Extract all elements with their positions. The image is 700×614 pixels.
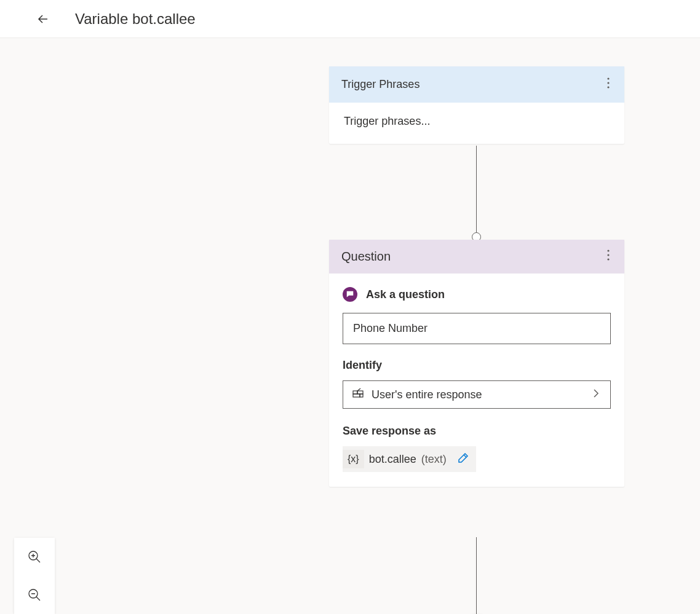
dropdown-content: User's entire response [352, 387, 482, 402]
chat-icon [343, 287, 357, 302]
more-vertical-icon [607, 77, 610, 89]
trigger-body-text[interactable]: Trigger phrases... [329, 103, 624, 144]
svg-point-0 [607, 77, 609, 79]
svg-point-5 [607, 258, 609, 260]
zoom-controls [14, 538, 55, 614]
edit-variable-button[interactable] [458, 452, 469, 466]
question-body: Ask a question Identify User's entire re… [329, 274, 624, 487]
svg-point-1 [607, 82, 609, 84]
ask-question-row: Ask a question [343, 287, 611, 302]
ask-question-label: Ask a question [366, 288, 445, 301]
question-node-header: Question [329, 240, 624, 274]
zoom-in-button[interactable] [14, 538, 55, 576]
trigger-node-header: Trigger Phrases [329, 66, 624, 103]
svg-rect-8 [353, 394, 360, 397]
page-header: Variable bot.callee [0, 0, 700, 38]
save-response-label: Save response as [343, 425, 611, 438]
question-header-label: Question [341, 250, 391, 264]
trigger-more-button[interactable] [605, 75, 612, 94]
zoom-out-icon [28, 588, 41, 602]
connector-line [476, 146, 477, 237]
more-vertical-icon [607, 250, 610, 261]
identify-label: Identify [343, 359, 611, 372]
trigger-header-label: Trigger Phrases [341, 78, 420, 91]
connector-line [476, 537, 477, 614]
arrow-left-icon [36, 12, 50, 26]
variable-icon: {x} [343, 450, 364, 468]
pencil-icon [458, 452, 469, 463]
identify-dropdown[interactable]: User's entire response [343, 380, 611, 409]
svg-rect-9 [360, 394, 363, 397]
variable-type: (text) [421, 453, 447, 466]
zoom-in-icon [28, 550, 41, 564]
svg-rect-6 [353, 391, 357, 394]
svg-point-2 [607, 86, 609, 88]
svg-point-3 [607, 250, 609, 251]
variable-name: bot.callee [369, 453, 416, 466]
svg-point-4 [607, 254, 609, 256]
zoom-out-button[interactable] [14, 576, 55, 614]
trigger-phrases-node[interactable]: Trigger Phrases Trigger phrases... [329, 66, 624, 144]
chevron-right-icon [591, 388, 602, 401]
svg-rect-7 [357, 391, 363, 394]
question-node[interactable]: Question Ask a question Identify Us [329, 240, 624, 487]
question-text-input[interactable] [343, 313, 611, 344]
page-title: Variable bot.callee [75, 10, 196, 28]
category-icon [352, 387, 364, 402]
identify-value: User's entire response [372, 388, 482, 401]
back-button[interactable] [31, 7, 55, 31]
variable-chip[interactable]: {x} bot.callee (text) [343, 446, 476, 472]
authoring-canvas[interactable]: Trigger Phrases Trigger phrases... Quest… [0, 38, 700, 614]
question-more-button[interactable] [605, 247, 612, 266]
